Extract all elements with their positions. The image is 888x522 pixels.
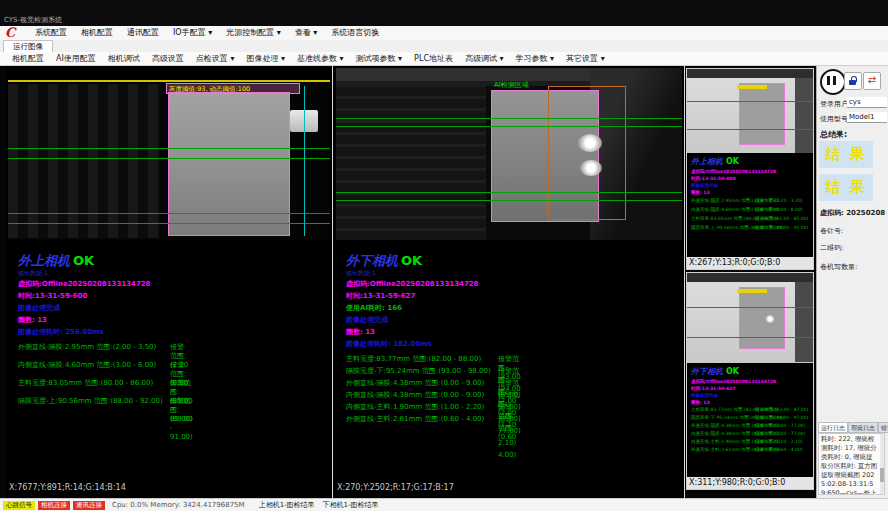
pause-icon bbox=[833, 76, 836, 85]
window-title: CYS-视觉检测系统 bbox=[4, 15, 62, 25]
tool-camera-debug[interactable]: 相机调试 bbox=[102, 52, 146, 65]
inspected-part bbox=[168, 92, 290, 236]
process-done: 图像处理完成 bbox=[18, 304, 163, 313]
mini-camera-view-lower[interactable] bbox=[687, 273, 813, 363]
result-text-outer-lower: 外下相机OK 输出数据:1 虚拟码:Offline202502081331347… bbox=[346, 254, 491, 427]
measure-value: 隔膜宽度-上:90.56mm 范围:(88.00 - 92.00) bbox=[18, 397, 163, 405]
tool-camera-config[interactable]: 相机配置 bbox=[6, 52, 50, 65]
reflection-highlight bbox=[578, 134, 602, 152]
capture-time: 时间:13-31-59-627 bbox=[691, 385, 784, 392]
status-ok: OK bbox=[726, 157, 739, 166]
camera-name: 外上相机 bbox=[18, 253, 70, 268]
cpu-memory-readout: Cpu: 0.0% Memory: 3424.41796875M bbox=[112, 501, 245, 509]
measurement-row: 外侧直线-隔膜:4.38mm 范围:(0.00 - 9.00)报警范围:(2.0… bbox=[691, 422, 784, 430]
log-tabs: 运行日志 瑕疵日志 错误日志 bbox=[818, 422, 888, 433]
user-lock-button[interactable] bbox=[844, 72, 862, 90]
log-scrollbar[interactable] bbox=[880, 434, 884, 494]
model-field[interactable]: Model1 bbox=[847, 112, 887, 123]
camera-view-outer-upper[interactable]: 灰度阈值:93, 动态阈值:100 bbox=[8, 80, 330, 240]
measurement-rows: 外侧直线-隔膜:2.95mm 范围:(2.00 - 3.50)报警范围:(2.2… bbox=[18, 343, 163, 415]
measurement-row: 隔膜宽度-下:95.24mm 范围:(93.00 - 98.00)报警范围:(9… bbox=[691, 414, 784, 422]
camera-title: 外下相机OK bbox=[346, 254, 491, 268]
measurement-row: 外侧直线-隔膜:2.95mm 范围:(2.00 - 3.50)报警范围:(2.2… bbox=[18, 343, 163, 361]
overlay-yellow-line bbox=[8, 80, 330, 82]
tool-test-params[interactable]: 测试项参数 ▾ bbox=[350, 52, 409, 65]
tool-spot-check[interactable]: 点检设置 ▾ bbox=[190, 52, 241, 65]
tool-advanced-debug[interactable]: 高级调试 ▾ bbox=[459, 52, 510, 65]
inspected-part bbox=[739, 83, 785, 145]
virtual-code: 虚拟码:Offline20250208133134728 bbox=[691, 168, 784, 175]
tool-image-processing[interactable]: 图像处理 ▾ bbox=[240, 52, 291, 65]
measure-value: 外侧直线-隔膜:2.95mm 范围:(2.00 - 3.50) bbox=[18, 343, 156, 351]
measurement-row: 内侧直线-主料:1.90mm 范围:(1.00 - 2.20)报警范围:(1.1… bbox=[346, 403, 491, 415]
scrollbar-thumb[interactable] bbox=[880, 468, 884, 482]
log-panel: 耗时: 222, 瑕疵检测耗时: 17, 瑕疵分类耗时: 0, 瑕疵提取分区耗时… bbox=[818, 433, 885, 495]
measure-vertical-line bbox=[304, 86, 305, 236]
app-logo-icon: C bbox=[5, 26, 23, 40]
log-tab-error[interactable]: 错误日志 bbox=[878, 422, 888, 433]
tool-other-settings[interactable]: 其它设置 ▾ bbox=[560, 52, 611, 65]
menu-comm-config[interactable]: 通讯配置 bbox=[120, 26, 166, 40]
lower-camera-result-link: 下相机1-图检结果 bbox=[323, 500, 379, 510]
process-done: 图像处理完成 bbox=[346, 316, 491, 325]
pixel-coordinates-readout: X:267;Y:13;R:0;G:0;B:0 bbox=[687, 257, 813, 269]
tool-baseline-params[interactable]: 基准线参数 ▾ bbox=[291, 52, 350, 65]
measurement-row: 内侧直线-隔膜:4.60mm 范围:(3.00 - 6.00)报警范围:(0.0… bbox=[18, 361, 163, 379]
output-data: 输出数据:1 bbox=[18, 269, 163, 276]
measurement-rows: 主料宽度:83.77mm 范围:(82.00 - 88.00)报警范围:(83.… bbox=[346, 355, 491, 427]
comm-connection-badge: 通讯连接 bbox=[73, 501, 105, 510]
baseline-green-line bbox=[336, 200, 682, 201]
capture-time: 时间:13-31-59-600 bbox=[691, 175, 784, 182]
swap-arrows-icon: ⇄ bbox=[864, 73, 880, 87]
measurement-row: 主料宽度:83.77mm 范围:(82.00 - 88.00)报警范围:(83.… bbox=[346, 355, 491, 367]
measurement-row: 内侧直线-主料:1.90mm 范围:(1.00 - 2.20)报警范围:(1.1… bbox=[691, 438, 784, 446]
menu-language-switch[interactable]: 系统语言切换 bbox=[324, 26, 386, 40]
camera-view-outer-lower[interactable]: AI检测区域 bbox=[336, 68, 682, 240]
camera-title: 外下相机OK bbox=[691, 367, 784, 376]
baseline-green-line bbox=[8, 148, 330, 149]
process-elapsed: 图像处理耗时: 182.00ms bbox=[346, 340, 491, 349]
heartbeat-badge: 心跳信号 bbox=[3, 501, 35, 510]
pause-button[interactable] bbox=[820, 69, 846, 95]
menu-light-config[interactable]: 光源控制配置 ▾ bbox=[219, 26, 288, 40]
baseline-green-line bbox=[687, 337, 813, 338]
measure-value: 主料宽度:83.77mm 范围:(82.00 - 88.00) bbox=[346, 355, 481, 363]
alarm-range: 报警范围:(94.00 - 97.00) bbox=[755, 414, 808, 422]
login-user-field[interactable]: cys bbox=[847, 97, 887, 108]
measurement-row: 外侧直线-主料:2.61mm 范围:(0.60 - 4.00)报警范围:(0.6… bbox=[346, 415, 491, 427]
menu-system-config[interactable]: 系统配置 bbox=[28, 26, 74, 40]
tool-learn-params[interactable]: 学习参数 ▾ bbox=[510, 52, 561, 65]
alarm-range: 报警范围:(89.00 - 91.00) bbox=[170, 397, 193, 442]
reflection-highlight bbox=[580, 160, 602, 176]
virtual-code: 虚拟码:Offline20250208133134728 bbox=[18, 280, 163, 289]
machine-background bbox=[795, 282, 813, 362]
ai-region-label: AI检测区域 bbox=[494, 80, 529, 90]
menu-camera-config[interactable]: 相机配置 bbox=[74, 26, 120, 40]
status-ok: OK bbox=[726, 367, 739, 376]
measurement-row: 外侧直线-隔膜:4.38mm 范围:(0.00 - 9.00)报警范围:(2.0… bbox=[346, 379, 491, 391]
switch-button[interactable]: ⇄ bbox=[863, 72, 881, 90]
menu-view[interactable]: 查看 ▾ bbox=[288, 26, 325, 40]
log-tab-defect[interactable]: 瑕疵日志 bbox=[848, 422, 878, 433]
alarm-range: 报警范围:(2.00 - 77.00) bbox=[755, 430, 805, 438]
threshold-overlay-label bbox=[737, 85, 767, 89]
status-ok: OK bbox=[401, 253, 422, 268]
result-indicator-upper: 结 果 bbox=[819, 141, 873, 168]
tool-plc-address[interactable]: PLC地址表 bbox=[408, 52, 459, 65]
tool-advanced-settings[interactable]: 高级设置 bbox=[146, 52, 190, 65]
camera-name: 外下相机 bbox=[691, 367, 723, 376]
log-tab-run[interactable]: 运行日志 bbox=[818, 422, 848, 433]
measurement-row: 外侧直线-主料:2.61mm 范围:(0.60 - 4.00)报警范围:(0.6… bbox=[691, 446, 784, 454]
tool-ai-config[interactable]: AI使用配置 bbox=[50, 52, 102, 65]
process-done: 图像处理完成 bbox=[691, 392, 784, 399]
toolbar: 相机配置 AI使用配置 相机调试 高级设置 点检设置 ▾ 图像处理 ▾ 基准线参… bbox=[0, 52, 888, 66]
menu-io-config[interactable]: IO手配置 ▾ bbox=[166, 26, 219, 40]
virtual-code-label: 虚拟码: 20250208 bbox=[820, 208, 885, 218]
pixel-coordinates-readout: X:7677;Y:891;R:14;G:14;B:14 bbox=[9, 483, 126, 492]
alarm-range: 报警范围:(0.60 - 4.00) bbox=[755, 446, 803, 454]
pin-number-label: 卷针号: bbox=[820, 226, 843, 236]
machine-frame bbox=[687, 273, 813, 282]
mini-camera-view-upper[interactable] bbox=[687, 69, 813, 153]
baseline-green-line bbox=[687, 101, 813, 102]
camera-panel-outer-upper: 灰度阈值:93, 动态阈值:100 外上相机OK 输出数据:1 虚拟码:Offl… bbox=[6, 66, 333, 498]
